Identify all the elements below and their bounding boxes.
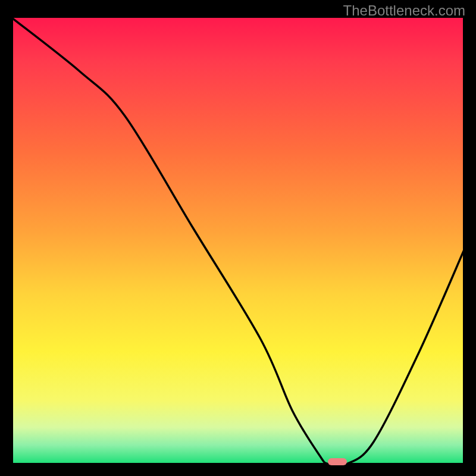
chart-frame: TheBottleneck.com: [0, 0, 476, 476]
watermark-text: TheBottleneck.com: [343, 2, 465, 19]
optimal-marker: [328, 458, 347, 465]
plot-area: [12, 18, 464, 464]
